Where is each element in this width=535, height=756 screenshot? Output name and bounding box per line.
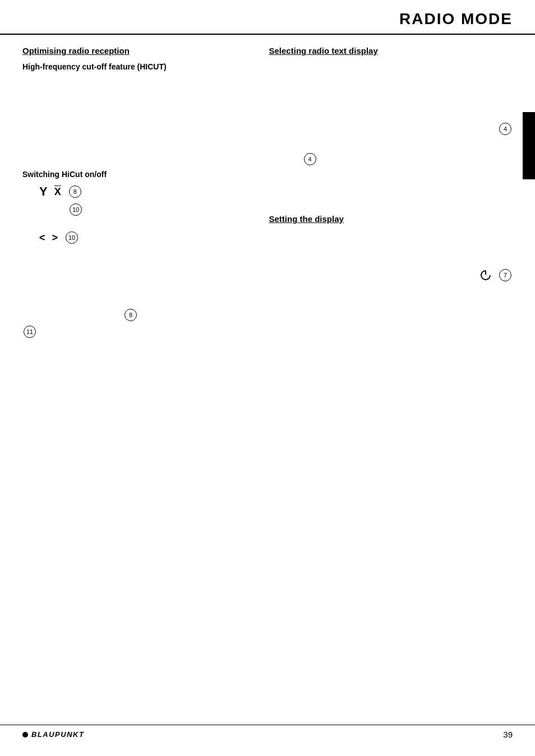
switching-section: Switching HiCut on/off Y X 8 10 < > — [22, 170, 247, 244]
circle-10-row1: 10 — [39, 203, 247, 216]
setting-display-section: Setting the display 7 — [269, 214, 513, 282]
blaupunkt-logo: BLAUPUNKT — [22, 730, 84, 739]
circle-11: 11 — [24, 326, 36, 338]
selecting-section: Selecting radio text display 4 4 — [269, 46, 513, 203]
arrow-left: < — [39, 232, 45, 244]
arrow-right: > — [52, 232, 58, 244]
circle-4-top-row: 4 — [269, 123, 513, 135]
symbol-row-1: Y X 8 — [39, 184, 247, 199]
spacer1 — [22, 220, 247, 227]
page-footer: BLAUPUNKT 39 — [0, 725, 535, 739]
page-number: 39 — [503, 730, 513, 739]
page-header: RADIO MODE — [0, 0, 535, 35]
circle-11-row: 11 — [22, 326, 247, 338]
optimising-section: Optimising radio reception High-frequenc… — [22, 46, 247, 71]
switching-heading: Switching HiCut on/off — [22, 170, 247, 179]
circle-7: 7 — [499, 269, 511, 281]
circle-8-bottom: 8 — [124, 309, 137, 321]
setting-display-row: 7 — [269, 268, 513, 282]
main-content: Optimising radio reception High-frequenc… — [0, 35, 535, 338]
symbol-row-2: < > 10 — [39, 231, 247, 244]
spacer-mid — [22, 253, 247, 309]
circle-4-mid: 4 — [304, 153, 316, 165]
logo-dot — [22, 732, 28, 738]
logo-text: BLAUPUNKT — [31, 730, 84, 739]
selecting-heading: Selecting radio text display — [269, 46, 513, 55]
setting-display-heading: Setting the display — [269, 214, 513, 224]
right-column: Selecting radio text display 4 4 Setting… — [258, 46, 513, 338]
page-container: RADIO MODE Optimising radio reception Hi… — [0, 0, 535, 756]
left-column: Optimising radio reception High-frequenc… — [22, 46, 258, 338]
symbol-x: X — [54, 186, 61, 198]
sidebar-tab — [523, 112, 535, 179]
optimising-heading: Optimising radio reception — [22, 46, 247, 55]
circle-8-bottom-row: 8 — [123, 309, 247, 321]
diagram-spacer — [22, 80, 247, 159]
spacer-r1 — [269, 135, 513, 142]
symbol-y: Y — [39, 184, 48, 199]
power-icon — [479, 268, 492, 282]
circle-4-mid-row: 4 — [303, 153, 513, 165]
circle-4-top: 4 — [499, 123, 511, 135]
bottom-left-area: 8 11 — [22, 309, 247, 338]
page-title: RADIO MODE — [399, 10, 513, 28]
circle-10-second: 10 — [66, 231, 78, 244]
circle-10-first: 10 — [70, 203, 82, 216]
circle-8-first: 8 — [69, 185, 81, 198]
hicut-subheading: High-frequency cut-off feature (HICUT) — [22, 62, 247, 71]
